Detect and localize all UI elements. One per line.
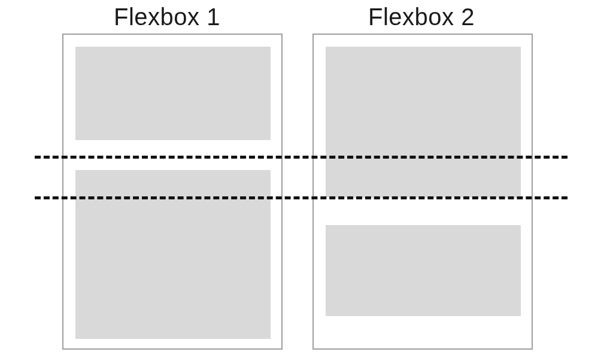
flexbox-2-container	[312, 34, 533, 350]
alignment-guide-bottom	[35, 196, 568, 199]
flexbox-1-container	[62, 34, 283, 350]
flexbox-diagram: Flexbox 1 Flexbox 2	[0, 0, 613, 364]
flexbox-2-title: Flexbox 2	[368, 4, 475, 31]
alignment-guide-top	[35, 156, 568, 159]
flexbox-1-item-a	[75, 47, 271, 140]
flexbox-2-item-b	[326, 225, 521, 316]
flexbox-1-title: Flexbox 1	[114, 4, 220, 31]
flexbox-2-item-a	[326, 47, 521, 198]
flexbox-1-item-b	[75, 170, 271, 339]
